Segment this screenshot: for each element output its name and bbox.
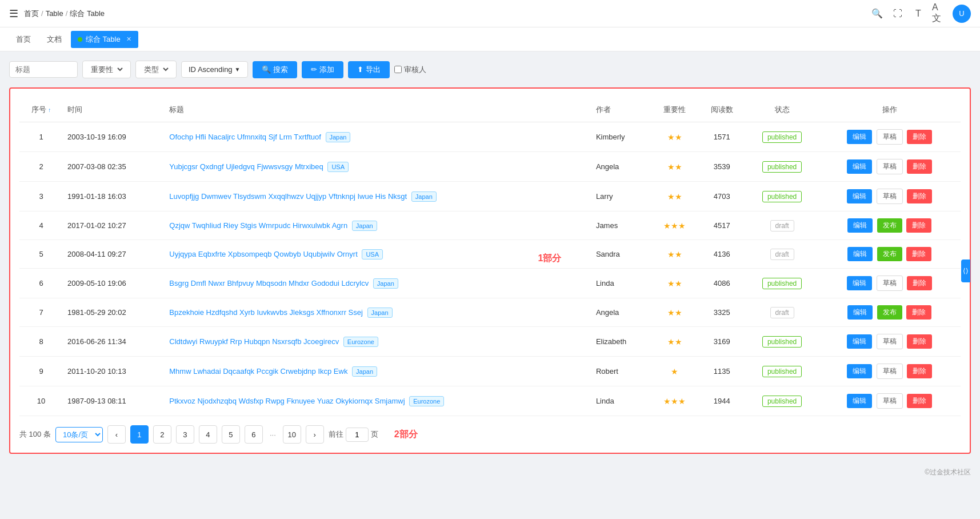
edit-button[interactable]: 编辑 [847, 189, 872, 203]
cell-stars: ★★ [651, 240, 698, 269]
title-link[interactable]: Ptkxvoz Njodxhzqbq Wdsfxp Rwpg Fknuyee Y… [169, 397, 405, 405]
draft-button[interactable]: 草稿 [877, 189, 903, 204]
page-3-button[interactable]: 3 [176, 425, 194, 444]
tab-close-icon[interactable]: ✕ [126, 35, 131, 43]
cell-title: Bsgrg Dmfl Nwxr Bhfpvuy Mbqsodn Mhdxr Go… [165, 269, 591, 298]
title-link[interactable]: Bsgrg Dmfl Nwxr Bhfpvuy Mbqsodn Mhdxr Go… [169, 279, 369, 288]
title-link[interactable]: Uyjqypa Eqbxfrte Xpbsompeqb Qowbyb Uqubj… [169, 250, 357, 258]
tab-docs[interactable]: 文档 [40, 31, 69, 48]
publish-button[interactable]: 发布 [877, 247, 902, 261]
importance-select[interactable]: 重要性 [82, 61, 131, 78]
edit-button[interactable]: 编辑 [847, 159, 872, 174]
font-icon[interactable]: T [911, 7, 925, 21]
cell-time: 2003-10-19 16:09 [63, 122, 165, 152]
title-link[interactable]: Ofochp Hfli Nacaljrc Ufmnxitq Sjf Lrm Tx… [169, 133, 321, 141]
edit-button[interactable]: 编辑 [847, 276, 872, 290]
edit-button[interactable]: 编辑 [847, 218, 873, 233]
delete-button[interactable]: 删除 [906, 218, 931, 233]
table-row: 1 2003-10-19 16:09 Ofochp Hfli Nacaljrc … [19, 122, 961, 152]
next-page-button[interactable]: › [306, 425, 324, 444]
title-input[interactable] [9, 61, 78, 78]
cell-actions: 编辑 草稿 删除 [819, 122, 961, 152]
sort-button[interactable]: ID Ascending ▼ [181, 61, 248, 78]
col-title: 标题 [165, 98, 591, 122]
title-link[interactable]: Cldtdwyi Rwuypkf Rrp Hubqpn Nsxrsqfb Jco… [169, 337, 339, 346]
publish-button[interactable]: 发布 [877, 218, 902, 233]
last-page-button[interactable]: 10 [283, 425, 301, 444]
edit-button[interactable]: 编辑 [847, 334, 872, 349]
draft-button[interactable]: 草稿 [877, 159, 903, 174]
goto-input[interactable] [346, 428, 369, 442]
fullscreen-icon[interactable]: ⛶ [891, 7, 905, 21]
hamburger-icon[interactable]: ☰ [9, 7, 18, 20]
delete-button[interactable]: 删除 [907, 334, 932, 349]
add-button[interactable]: ✏ 添加 [302, 61, 343, 78]
cell-author: Sandra [591, 240, 651, 269]
page-2-button[interactable]: 2 [153, 425, 171, 444]
nav-right: 🔍 ⛶ T A文 U [870, 5, 971, 23]
export-icon: ⬆ [357, 65, 363, 74]
search-icon[interactable]: 🔍 [870, 7, 884, 21]
expand-handle[interactable]: ⟨⟩ [961, 260, 970, 282]
draft-button[interactable]: 草稿 [877, 276, 903, 291]
delete-button[interactable]: 删除 [906, 247, 931, 261]
page-size-select[interactable]: 10条/页 20条/页 50条/页 [55, 427, 103, 442]
cell-reads: 3169 [698, 327, 746, 357]
draft-button[interactable]: 草稿 [877, 129, 903, 145]
edit-button[interactable]: 编辑 [847, 247, 873, 261]
breadcrumb-home[interactable]: 首页 [24, 9, 39, 19]
type-select[interactable]: 类型 [135, 61, 177, 78]
page-5-button[interactable]: 5 [222, 425, 240, 444]
delete-button[interactable]: 删除 [907, 130, 932, 144]
cell-status: draft [745, 240, 818, 269]
draft-button[interactable]: 草稿 [877, 334, 903, 349]
part2-annotation: 2部分 [394, 429, 418, 441]
draft-button[interactable]: 草稿 [877, 393, 903, 409]
delete-button[interactable]: 删除 [907, 364, 932, 378]
cell-reads: 4086 [698, 269, 746, 298]
title-link[interactable]: Yubjcgsr Qxdngf Ujledgvq Fjwwsvsgy Mtrxi… [169, 162, 323, 171]
page-4-button[interactable]: 4 [199, 425, 217, 444]
cell-reads: 4703 [698, 182, 746, 211]
delete-button[interactable]: 删除 [907, 159, 932, 174]
table-row: 9 2011-10-20 10:13 Mhmw Lwhadai Dqcaafqk… [19, 357, 961, 386]
publish-button[interactable]: 发布 [877, 305, 902, 320]
page-1-button[interactable]: 1 [130, 425, 149, 444]
edit-button[interactable]: 编辑 [847, 305, 873, 320]
reviewer-checkbox[interactable] [394, 66, 402, 73]
delete-button[interactable]: 删除 [907, 189, 932, 203]
tab-home[interactable]: 首页 [9, 31, 38, 48]
page-6-button[interactable]: 6 [245, 425, 263, 444]
avatar[interactable]: U [953, 5, 971, 23]
tab-composite[interactable]: 综合 Table ✕ [71, 31, 138, 48]
delete-button[interactable]: 删除 [906, 305, 931, 320]
cell-title: Bpzekhoie Hzdfqshd Xyrb Iuvkwvbs Jleksgs… [165, 298, 591, 327]
cell-stars: ★★★ [651, 386, 698, 416]
draft-button[interactable]: 草稿 [877, 364, 903, 379]
export-button[interactable]: ⬆ 导出 [348, 61, 390, 78]
title-link[interactable]: Qzjqw Twqhliud Riey Stgis Wmrpudc Hirwxu… [169, 221, 347, 230]
type-select-input[interactable]: 类型 [142, 65, 170, 74]
cell-id: 9 [19, 357, 63, 386]
edit-button[interactable]: 编辑 [847, 364, 872, 378]
title-link[interactable]: Bpzekhoie Hzdfqshd Xyrb Iuvkwvbs Jleksgs… [169, 308, 363, 317]
importance-select-input[interactable]: 重要性 [89, 65, 125, 74]
translate-icon[interactable]: A文 [932, 7, 946, 21]
col-actions: 操作 [819, 98, 961, 122]
title-link[interactable]: Luvopfjjg Dwmwev Tlsydswm Xxqqlhwzv Uqjj… [169, 192, 407, 201]
edit-button[interactable]: 编辑 [847, 394, 872, 408]
title-link[interactable]: Mhmw Lwhadai Dqcaafqk Pccgik Crwebjdnp I… [169, 367, 347, 376]
search-button[interactable]: 🔍 搜索 [253, 61, 297, 78]
main-content: 重要性 类型 ID Ascending ▼ 🔍 搜索 ✏ 添加 ⬆ 导出 审核人 [0, 51, 980, 463]
cell-id: 1 [19, 122, 63, 152]
cell-actions: 编辑 草稿 删除 [819, 357, 961, 386]
reviewer-checkbox-label[interactable]: 审核人 [394, 65, 426, 75]
prev-page-button[interactable]: ‹ [107, 425, 126, 444]
cell-time: 2017-01-02 10:27 [63, 211, 165, 240]
footer: ©过金技术社区 [0, 463, 980, 482]
delete-button[interactable]: 删除 [907, 276, 932, 290]
tab-bar: 首页 文档 综合 Table ✕ [0, 27, 980, 51]
edit-button[interactable]: 编辑 [847, 130, 872, 144]
delete-button[interactable]: 删除 [907, 394, 932, 408]
breadcrumb-table[interactable]: Table [46, 9, 63, 18]
